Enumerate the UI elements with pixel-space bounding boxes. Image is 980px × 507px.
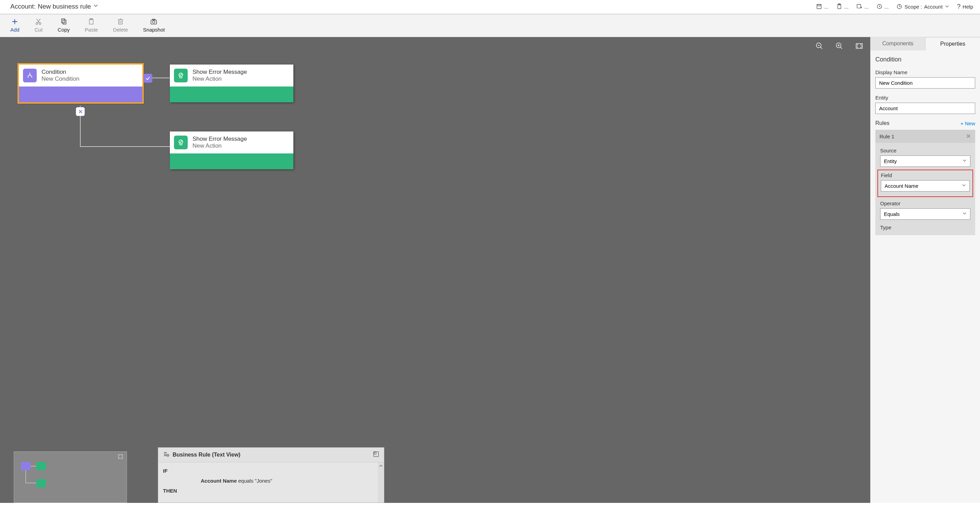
svg-rect-4 bbox=[857, 5, 861, 8]
rule-title: Rule 1 bbox=[880, 134, 894, 139]
svg-rect-16 bbox=[153, 19, 155, 20]
snapshot-button[interactable]: Snapshot bbox=[143, 18, 165, 33]
operator-select[interactable] bbox=[880, 208, 970, 220]
true-branch-icon[interactable] bbox=[143, 74, 152, 83]
plus-icon bbox=[11, 18, 19, 26]
scissors-icon bbox=[35, 18, 42, 26]
node-title: Condition bbox=[41, 69, 80, 75]
scope-selector[interactable]: Scope : Account bbox=[896, 3, 950, 10]
error-message-icon bbox=[174, 69, 188, 82]
source-select[interactable] bbox=[880, 156, 970, 167]
node-subtitle: New Condition bbox=[41, 75, 80, 82]
node-title: Show Error Message bbox=[192, 69, 247, 75]
minimap-line bbox=[25, 470, 26, 483]
field-highlight: Field bbox=[877, 170, 973, 197]
node-header: Show Error Message New Action bbox=[170, 65, 293, 86]
minimap-node bbox=[37, 479, 46, 488]
node-subtitle: New Action bbox=[192, 75, 247, 82]
node-footer bbox=[19, 86, 142, 102]
header-left: Account: New business rule bbox=[10, 3, 99, 10]
svg-rect-10 bbox=[63, 20, 66, 24]
fit-button[interactable] bbox=[854, 41, 864, 51]
text-view-icon bbox=[163, 451, 169, 459]
tab-properties[interactable]: Properties bbox=[925, 37, 980, 51]
new-rule-link[interactable]: + New bbox=[961, 121, 975, 126]
rule-fields: Source Field Operator bbox=[875, 143, 975, 235]
svg-point-15 bbox=[153, 21, 155, 23]
node-subtitle: New Action bbox=[192, 142, 247, 149]
header-right: ... ... ... ... Scope : Account ? Help bbox=[816, 3, 973, 10]
camera-icon bbox=[150, 18, 158, 26]
svg-rect-19 bbox=[856, 44, 862, 48]
node-header: Show Error Message New Action bbox=[170, 131, 293, 153]
text-view-cond-line: Account Name equals "Jones" bbox=[163, 476, 379, 486]
cond-field: Account Name bbox=[201, 478, 237, 484]
svg-point-23 bbox=[167, 454, 169, 456]
operator-label: Operator bbox=[880, 201, 970, 206]
minimap[interactable] bbox=[14, 451, 127, 503]
copy-button[interactable]: Copy bbox=[58, 18, 70, 33]
activate-button[interactable]: ... bbox=[877, 3, 889, 10]
canvas[interactable]: Condition New Condition ✕ Show Error Mes… bbox=[0, 37, 870, 503]
condition-node[interactable]: Condition New Condition bbox=[19, 65, 142, 102]
scrollbar[interactable] bbox=[378, 462, 384, 502]
rule-title-bar: Rule 1 ✕ bbox=[875, 130, 975, 143]
action-node-2[interactable]: Show Error Message New Action bbox=[170, 131, 293, 169]
rule-name: New business rule bbox=[38, 3, 91, 10]
minimap-expand-icon[interactable] bbox=[118, 454, 123, 461]
validate-button[interactable]: ... bbox=[836, 3, 849, 10]
trash-icon bbox=[117, 18, 124, 26]
text-view-title: Business Rule (Text View) bbox=[173, 452, 240, 458]
save-button[interactable]: ... bbox=[816, 3, 829, 10]
paste-button[interactable]: Paste bbox=[85, 18, 98, 33]
cut-button[interactable]: Cut bbox=[35, 18, 43, 33]
node-footer bbox=[170, 86, 293, 102]
main-layout: Condition New Condition ✕ Show Error Mes… bbox=[0, 37, 980, 503]
zoom-in-button[interactable] bbox=[835, 41, 844, 51]
entity-prefix: Account: bbox=[10, 3, 36, 10]
node-footer bbox=[170, 153, 293, 169]
node-header: Condition New Condition bbox=[19, 65, 142, 86]
text-view-collapse-icon[interactable] bbox=[373, 451, 379, 459]
action-node-1[interactable]: Show Error Message New Action bbox=[170, 65, 293, 102]
error-message-icon bbox=[174, 136, 188, 149]
properties-panel: Components Properties Condition Display … bbox=[870, 37, 980, 503]
scope-value: Account bbox=[924, 4, 943, 10]
node-labels: Show Error Message New Action bbox=[192, 69, 247, 82]
help-label: Help bbox=[963, 4, 973, 10]
display-name-input[interactable] bbox=[875, 77, 975, 89]
svg-rect-1 bbox=[818, 5, 820, 6]
clipboard-icon bbox=[88, 18, 95, 26]
copy-icon bbox=[60, 18, 68, 26]
canvas-controls bbox=[815, 41, 864, 51]
display-name-label: Display Name bbox=[875, 69, 975, 75]
svg-rect-9 bbox=[61, 19, 65, 23]
saveas-button[interactable]: ... bbox=[856, 3, 869, 10]
add-button[interactable]: Add bbox=[10, 18, 19, 33]
source-label: Source bbox=[880, 148, 970, 153]
header-bar: Account: New business rule ... ... ... .… bbox=[0, 0, 980, 14]
zoom-out-button[interactable] bbox=[815, 41, 824, 51]
text-view-panel: Business Rule (Text View) IF Account Nam… bbox=[158, 447, 384, 503]
false-branch-icon[interactable]: ✕ bbox=[76, 107, 85, 116]
help-button[interactable]: ? Help bbox=[957, 3, 973, 10]
chevron-down-icon[interactable] bbox=[93, 3, 99, 10]
field-label: Field bbox=[881, 172, 970, 178]
close-icon[interactable]: ✕ bbox=[966, 132, 971, 140]
type-label: Type bbox=[880, 225, 970, 230]
toolbar: Add Cut Copy Paste Delete Snapshot bbox=[0, 14, 980, 37]
field-select[interactable] bbox=[881, 180, 970, 191]
tab-components[interactable]: Components bbox=[870, 37, 925, 51]
cond-rest: equals "Jones" bbox=[237, 478, 272, 484]
scope-label: Scope : bbox=[905, 4, 922, 10]
connector-line bbox=[80, 146, 170, 147]
minimap-line bbox=[30, 466, 37, 467]
if-keyword: IF bbox=[163, 468, 184, 474]
svg-rect-0 bbox=[817, 5, 821, 9]
text-view-if-line: IF bbox=[163, 466, 379, 476]
panel-tabs: Components Properties bbox=[870, 37, 980, 51]
entity-input[interactable] bbox=[875, 103, 975, 114]
delete-button[interactable]: Delete bbox=[113, 18, 128, 33]
panel-body: Condition Display Name Entity Rules + Ne… bbox=[870, 51, 980, 241]
node-title: Show Error Message bbox=[192, 136, 247, 142]
